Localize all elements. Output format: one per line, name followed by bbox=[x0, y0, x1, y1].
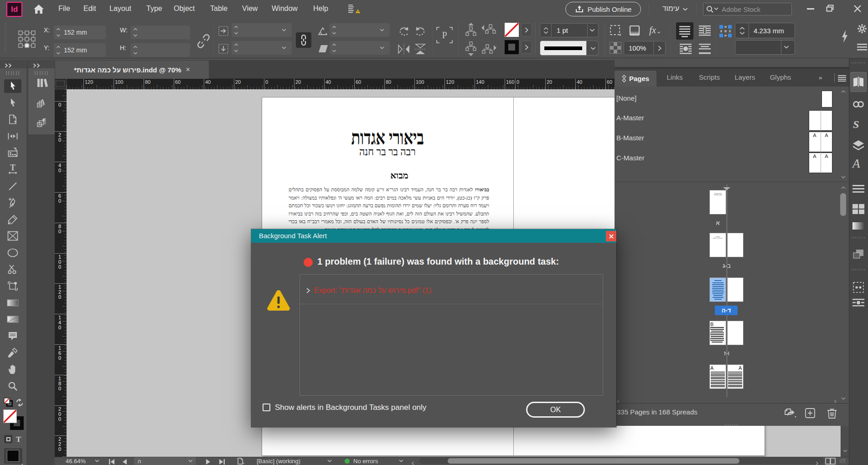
svg-text:T: T bbox=[10, 164, 16, 172]
svg-text:P: P bbox=[442, 30, 447, 40]
